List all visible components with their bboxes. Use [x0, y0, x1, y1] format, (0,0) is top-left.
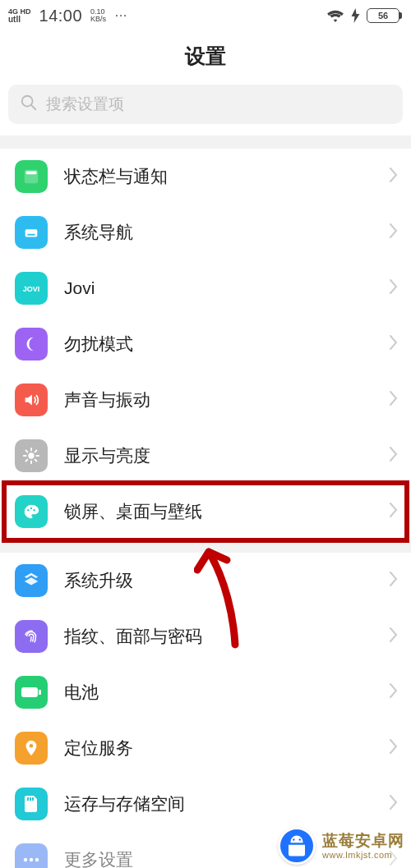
chevron-right-icon — [390, 279, 398, 297]
svg-rect-24 — [32, 797, 34, 801]
item-statusbar[interactable]: 状态栏与通知 — [0, 149, 411, 204]
svg-line-15 — [35, 450, 37, 452]
chevron-right-icon — [390, 223, 398, 241]
chevron-right-icon — [390, 391, 398, 409]
item-display[interactable]: 显示与亮度 — [0, 428, 411, 484]
location-icon — [15, 732, 48, 765]
item-label: 锁屏、桌面与壁纸 — [64, 500, 373, 523]
navigation-icon — [15, 216, 48, 249]
svg-text:JOVI: JOVI — [23, 285, 40, 293]
clock: 14:00 — [39, 7, 83, 25]
svg-rect-19 — [21, 687, 38, 697]
chevron-right-icon — [390, 335, 398, 353]
item-label: 运存与存储空间 — [64, 792, 373, 815]
fingerprint-icon — [15, 620, 48, 653]
settings-group-1: 状态栏与通知 系统导航 JOVI Jovi 勿扰模式 声音与振动 显示与 — [0, 149, 411, 540]
chevron-right-icon — [390, 739, 398, 757]
svg-point-26 — [30, 858, 33, 861]
svg-point-17 — [30, 507, 32, 509]
search-icon — [20, 94, 38, 115]
chevron-right-icon — [390, 683, 398, 701]
svg-point-21 — [30, 744, 34, 748]
watermark-logo-icon — [278, 827, 316, 865]
item-label: 系统导航 — [64, 221, 373, 244]
wifi-icon — [326, 8, 344, 23]
item-biometric[interactable]: 指纹、面部与密码 — [0, 609, 411, 664]
item-dnd[interactable]: 勿扰模式 — [0, 316, 411, 372]
item-lockscreen[interactable]: 锁屏、桌面与壁纸 — [0, 484, 411, 540]
chevron-right-icon — [390, 795, 398, 813]
page-title: 设置 — [0, 31, 411, 85]
status-bar: 4G HD utll 14:00 0.10 KB/s … 56 — [0, 0, 411, 31]
item-label: 声音与振动 — [64, 388, 373, 411]
moon-icon — [15, 328, 48, 361]
watermark-text: 蓝莓安卓网 www.lmkjst.com — [322, 832, 404, 860]
net-speed: 0.10 KB/s — [90, 8, 106, 23]
network-indicator: 4G HD utll — [8, 8, 31, 24]
item-jovi[interactable]: JOVI Jovi — [0, 260, 411, 316]
svg-point-29 — [299, 838, 302, 841]
more-notification-icon: … — [114, 5, 128, 20]
item-label: 电池 — [64, 681, 373, 704]
svg-point-16 — [27, 509, 29, 511]
jovi-icon: JOVI — [15, 272, 48, 305]
svg-line-1 — [31, 105, 35, 109]
brightness-icon — [15, 439, 48, 472]
item-label: 定位服务 — [64, 737, 373, 760]
svg-line-12 — [25, 450, 27, 452]
chevron-right-icon — [390, 503, 398, 521]
battery-indicator: 56 — [367, 8, 399, 23]
svg-rect-22 — [27, 797, 29, 801]
svg-rect-3 — [26, 172, 37, 175]
status-right: 56 — [326, 8, 399, 23]
svg-point-25 — [24, 858, 27, 861]
item-battery[interactable]: 电池 — [0, 664, 411, 720]
svg-rect-4 — [25, 229, 38, 237]
charging-icon — [351, 8, 360, 23]
battery-icon — [15, 676, 48, 709]
svg-rect-5 — [27, 234, 35, 236]
item-label: 勿扰模式 — [64, 333, 373, 356]
svg-rect-20 — [39, 690, 41, 695]
item-location[interactable]: 定位服务 — [0, 720, 411, 776]
item-navigation[interactable]: 系统导航 — [0, 204, 411, 260]
svg-point-28 — [293, 838, 295, 841]
svg-line-13 — [35, 460, 37, 462]
item-label: 显示与亮度 — [64, 444, 373, 467]
search-input[interactable] — [46, 95, 391, 113]
svg-line-14 — [25, 460, 27, 462]
item-sound[interactable]: 声音与振动 — [0, 372, 411, 428]
search-section — [0, 85, 411, 135]
svg-point-18 — [33, 509, 35, 511]
watermark: 蓝莓安卓网 www.lmkjst.com — [271, 824, 411, 868]
speaker-icon — [15, 383, 48, 416]
svg-point-27 — [35, 858, 39, 861]
update-icon — [15, 564, 48, 597]
item-update[interactable]: 系统升级 — [0, 553, 411, 609]
chevron-right-icon — [390, 572, 398, 590]
status-left: 4G HD utll 14:00 0.10 KB/s … — [8, 7, 128, 25]
item-label: 指纹、面部与密码 — [64, 625, 373, 648]
more-icon — [15, 843, 48, 868]
chevron-right-icon — [390, 627, 398, 645]
search-box[interactable] — [8, 85, 403, 124]
svg-rect-23 — [30, 797, 31, 801]
item-label: 状态栏与通知 — [64, 165, 373, 188]
palette-icon — [15, 495, 48, 528]
item-label: 系统升级 — [64, 569, 373, 592]
sdcard-icon — [15, 788, 48, 820]
chevron-right-icon — [390, 447, 398, 465]
chevron-right-icon — [390, 168, 398, 186]
settings-group-2: 系统升级 指纹、面部与密码 电池 定位服务 运存与存储空间 更多设置 — [0, 553, 411, 868]
svg-point-7 — [28, 452, 34, 458]
item-label: Jovi — [64, 278, 373, 298]
statusbar-icon — [15, 160, 48, 193]
